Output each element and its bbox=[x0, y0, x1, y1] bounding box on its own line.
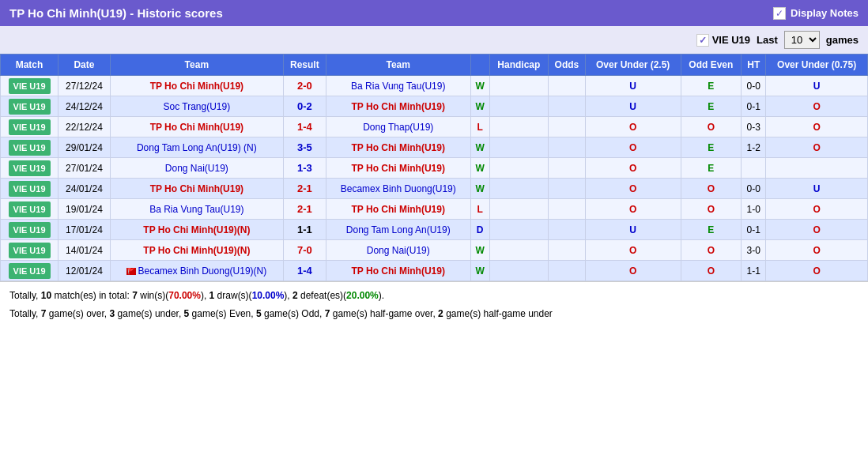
wdl-indicator: W bbox=[476, 245, 485, 256]
result-score: 1-4 bbox=[297, 121, 312, 133]
cell-oe: O bbox=[681, 261, 742, 281]
cell-handicap bbox=[489, 96, 548, 117]
ou075-value: O bbox=[813, 122, 820, 133]
cell-team2: Dong Thap(U19) bbox=[326, 117, 470, 137]
cell-ht bbox=[742, 158, 766, 179]
wdl-indicator: L bbox=[477, 204, 483, 215]
cell-match: VIE U19 bbox=[1, 261, 58, 281]
wdl-indicator: W bbox=[476, 81, 485, 92]
cell-team2: TP Ho Chi Minh(U19) bbox=[326, 199, 470, 220]
match-badge: VIE U19 bbox=[9, 201, 51, 217]
oe-value: E bbox=[708, 142, 714, 153]
col-odds: Odds bbox=[549, 55, 586, 76]
header-title: TP Ho Chi Minh(U19) - Historic scores bbox=[9, 6, 223, 20]
cell-team1: Dong Nai(U19) bbox=[110, 158, 283, 179]
ou25-value: O bbox=[629, 122, 636, 133]
cell-wdl: W bbox=[470, 240, 489, 261]
team1-name: TP Ho Chi Minh(U19)(N) bbox=[143, 224, 250, 235]
team1-name: TP Ho Chi Minh(U19) bbox=[150, 122, 243, 133]
ou25-value: O bbox=[629, 265, 636, 277]
ou25-value: O bbox=[629, 163, 636, 174]
table-row: VIE U1914/01/24TP Ho Chi Minh(U19)(N)7-0… bbox=[1, 240, 868, 261]
display-notes-label: Display Notes bbox=[791, 7, 859, 19]
cell-wdl: W bbox=[470, 158, 489, 179]
cell-result: 2-1 bbox=[283, 199, 326, 220]
cell-team2: TP Ho Chi Minh(U19) bbox=[326, 96, 470, 117]
table-row: VIE U1927/12/24TP Ho Chi Minh(U19)2-0Ba … bbox=[1, 76, 868, 96]
cell-team2: Becamex Binh Duong(U19) bbox=[326, 179, 470, 199]
cell-oe: O bbox=[681, 240, 742, 261]
cell-odds bbox=[549, 240, 586, 261]
league-checkbox-label[interactable]: ✓ VIE U19 bbox=[696, 34, 750, 47]
cell-match: VIE U19 bbox=[1, 96, 58, 117]
cell-odds bbox=[549, 261, 586, 281]
ou25-value: U bbox=[629, 101, 636, 112]
cell-ou25: O bbox=[585, 199, 681, 220]
cell-ou25: U bbox=[585, 76, 681, 96]
cell-ht: 0-0 bbox=[742, 179, 766, 199]
cell-team1: TP Ho Chi Minh(U19) bbox=[110, 76, 283, 96]
cell-ou25: O bbox=[585, 179, 681, 199]
cell-oe: O bbox=[681, 199, 742, 220]
cell-date: 12/01/24 bbox=[58, 261, 111, 281]
team1-name: Soc Trang(U19) bbox=[164, 101, 231, 112]
cell-ou25: U bbox=[585, 220, 681, 240]
cell-match: VIE U19 bbox=[1, 179, 58, 199]
cell-ht: 0-1 bbox=[742, 96, 766, 117]
team2-name: TP Ho Chi Minh(U19) bbox=[352, 101, 445, 112]
col-ou25: Over Under (2.5) bbox=[585, 55, 681, 76]
col-team1: Team bbox=[110, 55, 283, 76]
cell-result: 2-1 bbox=[283, 179, 326, 199]
league-checkbox[interactable]: ✓ bbox=[696, 34, 709, 47]
cell-ou075: O bbox=[766, 199, 868, 220]
cell-team1: Dong Tam Long An(U19) (N) bbox=[110, 137, 283, 158]
table-row: VIE U1922/12/24TP Ho Chi Minh(U19)1-4Don… bbox=[1, 117, 868, 137]
wdl-indicator: L bbox=[477, 122, 483, 133]
ou075-value: U bbox=[813, 81, 821, 92]
result-score: 2-0 bbox=[297, 80, 312, 92]
scores-table: Match Date Team Result Team Handicap Odd… bbox=[0, 54, 868, 281]
cell-ou25: O bbox=[585, 117, 681, 137]
oe-value: E bbox=[708, 81, 714, 92]
cell-date: 29/01/24 bbox=[58, 137, 111, 158]
cell-date: 17/01/24 bbox=[58, 220, 111, 240]
summary-line2: Totally, 7 game(s) over, 3 game(s) under… bbox=[9, 307, 859, 322]
ou25-value: O bbox=[629, 142, 636, 153]
cell-odds bbox=[549, 199, 586, 220]
games-select[interactable]: 10 5 15 20 bbox=[784, 31, 820, 49]
cell-date: 22/12/24 bbox=[58, 117, 111, 137]
cell-ou25: O bbox=[585, 240, 681, 261]
cell-wdl: L bbox=[470, 117, 489, 137]
wdl-indicator: D bbox=[477, 224, 484, 235]
match-badge: VIE U19 bbox=[9, 263, 51, 279]
team1-name: Dong Nai(U19) bbox=[165, 163, 228, 174]
cell-date: 24/12/24 bbox=[58, 96, 111, 117]
team1-name: Becamex Binh Duong(U19)(N) bbox=[138, 265, 266, 277]
result-score: 2-1 bbox=[297, 203, 312, 215]
match-badge: VIE U19 bbox=[9, 160, 51, 176]
display-notes-checkbox[interactable]: ✓ bbox=[773, 7, 786, 20]
cell-oe: E bbox=[681, 220, 742, 240]
cell-wdl: W bbox=[470, 261, 489, 281]
match-badge: VIE U19 bbox=[9, 78, 51, 94]
cell-oe: E bbox=[681, 158, 742, 179]
cell-team2: TP Ho Chi Minh(U19) bbox=[326, 261, 470, 281]
oe-value: E bbox=[708, 101, 714, 112]
cell-ou25: U bbox=[585, 96, 681, 117]
team1-name: Ba Ria Vung Tau(U19) bbox=[149, 204, 243, 215]
cell-wdl: W bbox=[470, 179, 489, 199]
cell-ht: 1-2 bbox=[742, 137, 766, 158]
cell-match: VIE U19 bbox=[1, 240, 58, 261]
cell-odds bbox=[549, 96, 586, 117]
cell-ou075 bbox=[766, 158, 868, 179]
cell-wdl: L bbox=[470, 199, 489, 220]
cell-handicap bbox=[489, 199, 548, 220]
team2-name: Dong Nai(U19) bbox=[367, 245, 430, 256]
oe-value: E bbox=[708, 163, 714, 174]
cell-match: VIE U19 bbox=[1, 158, 58, 179]
team2-name: TP Ho Chi Minh(U19) bbox=[352, 163, 445, 174]
cell-date: 14/01/24 bbox=[58, 240, 111, 261]
cell-result: 1-1 bbox=[283, 220, 326, 240]
cell-handicap bbox=[489, 220, 548, 240]
cell-wdl: D bbox=[470, 220, 489, 240]
